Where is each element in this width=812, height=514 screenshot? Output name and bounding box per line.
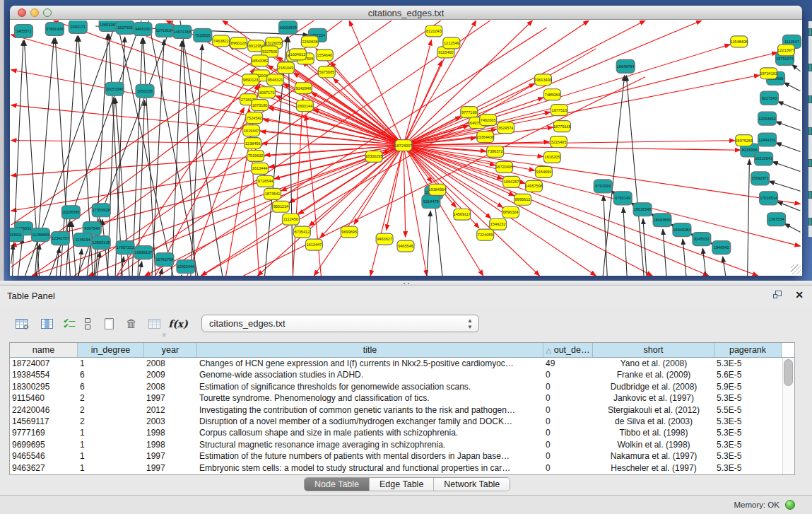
graph-node[interactable]: 1238456: [245, 138, 261, 149]
graph-node[interactable]: 2803144: [296, 100, 313, 112]
vertical-scrollbar[interactable]: [782, 358, 794, 474]
graph-node[interactable]: 20206586: [61, 206, 80, 219]
graph-node[interactable]: 10653287: [99, 21, 117, 31]
divider-grip-icon[interactable]: [403, 282, 411, 285]
graph-node[interactable]: 8960128: [230, 37, 247, 49]
graph-node[interactable]: 2093171: [69, 21, 87, 33]
graph-node[interactable]: 12342757: [51, 232, 69, 245]
column-header-title[interactable]: title: [197, 343, 543, 357]
graph-node[interactable]: 23364436: [476, 132, 494, 143]
graph-node[interactable]: 9501234: [273, 201, 290, 212]
graph-node[interactable]: 1212549: [443, 37, 460, 49]
graph-node[interactable]: 7519632: [247, 150, 264, 161]
graph-node[interactable]: 20053346: [105, 82, 124, 95]
graph-node[interactable]: 17359928: [92, 204, 110, 217]
graph-node[interactable]: 1112456: [282, 214, 299, 225]
graph-node[interactable]: 3067173: [259, 87, 276, 98]
table-row[interactable]: 946554611997Estimation of the future num…: [10, 450, 794, 462]
graph-node[interactable]: 16946283: [673, 223, 691, 237]
graph-node[interactable]: 3216405: [550, 136, 567, 148]
float-panel-icon[interactable]: [773, 291, 784, 300]
graph-node[interactable]: 7485083: [543, 89, 560, 100]
graph-node[interactable]: 13505135: [92, 236, 110, 250]
graph-node[interactable]: 1064257: [503, 176, 520, 187]
graph-node[interactable]: 19613493: [534, 74, 552, 86]
merge-columns-icon[interactable]: [78, 313, 98, 335]
network-select-dropdown[interactable]: citations_edges.txt ▲▼: [201, 315, 479, 332]
graph-node[interactable]: 12213977: [777, 45, 795, 56]
graph-node[interactable]: 2260838: [301, 36, 318, 47]
graph-node[interactable]: 7386372: [487, 146, 504, 158]
graph-node[interactable]: 1145194: [73, 233, 92, 247]
graph-node[interactable]: 1367534: [767, 213, 786, 226]
split-pane-divider[interactable]: [0, 281, 812, 286]
graph-node[interactable]: 17016514: [760, 192, 778, 205]
graph-node[interactable]: 5975685: [318, 66, 335, 78]
graph-node[interactable]: 9890123: [242, 74, 259, 86]
scrollbar-thumb[interactable]: [784, 359, 793, 386]
graph-node[interactable]: 1873541: [264, 188, 281, 199]
window-titlebar[interactable]: citations_edges.txt: [10, 6, 802, 20]
graph-node[interactable]: 9463627: [376, 233, 393, 245]
graph-node[interactable]: 16648784: [616, 59, 635, 73]
graph-node[interactable]: 16543382: [251, 55, 269, 66]
graph-node[interactable]: 12444151: [758, 133, 777, 146]
graph-node[interactable]: 19734103: [760, 68, 777, 79]
graph-node[interactable]: 9314479: [422, 195, 440, 209]
graph-node[interactable]: 9699695: [341, 226, 358, 238]
graph-node[interactable]: 6793149: [613, 192, 632, 205]
graph-node[interactable]: 1613447: [305, 239, 322, 250]
table-row[interactable]: 977716911998Corpus callosum shape and si…: [10, 427, 794, 438]
graph-node[interactable]: 1616205: [543, 151, 560, 163]
graph-node[interactable]: 1405572: [15, 24, 33, 37]
graph-node[interactable]: 17957253: [116, 241, 134, 255]
graph-node[interactable]: 7463822: [213, 35, 230, 47]
table-row[interactable]: 946362711997Embryonic stem cells: a mode…: [10, 462, 794, 474]
graph-node[interactable]: 2181049: [278, 62, 295, 74]
graph-node[interactable]: 1619447: [243, 125, 260, 136]
table-row[interactable]: 1830029562008Estimation of significance …: [10, 381, 794, 392]
graph-node[interactable]: 14957596: [525, 180, 543, 192]
graph-node[interactable]: 8735412: [293, 226, 310, 238]
column-header-name[interactable]: name: [10, 343, 78, 357]
window-resize-grip[interactable]: [791, 264, 801, 274]
graph-node[interactable]: 18463569: [653, 214, 671, 227]
table-row[interactable]: 1456911722003Disruption of a novel membe…: [10, 416, 794, 427]
graph-node[interactable]: 9154690: [535, 166, 552, 177]
graph-node[interactable]: 18724007: [395, 140, 413, 151]
table-row[interactable]: 2242004622012Investigating the contribut…: [10, 404, 794, 416]
graph-node[interactable]: 14671368: [173, 25, 192, 38]
graph-node[interactable]: 12923446: [177, 260, 195, 274]
graph-node[interactable]: 8791919: [594, 180, 612, 193]
graph-node[interactable]: 7515526: [194, 28, 212, 42]
function-builder-icon[interactable]: f(x): [168, 313, 188, 335]
graph-node[interactable]: 7224059: [477, 229, 494, 240]
graph-node[interactable]: 18300295: [365, 151, 383, 162]
network-view-window[interactable]: citations_edges.txt 18724007140557237691…: [10, 6, 802, 276]
graph-node[interactable]: 9245032: [693, 233, 711, 246]
graph-node[interactable]: 16958107: [134, 246, 153, 259]
graph-node[interactable]: 9242848: [295, 83, 312, 94]
graph-node[interactable]: 8121043: [425, 25, 442, 37]
tab-node-table[interactable]: Node Table: [305, 478, 370, 491]
close-panel-icon[interactable]: ✕: [795, 289, 804, 300]
new-column-icon[interactable]: [99, 313, 119, 335]
graph-node[interactable]: 9726544: [257, 175, 274, 187]
graph-node[interactable]: 1873180: [252, 100, 269, 111]
tab-edge-table[interactable]: Edge Table: [370, 478, 434, 491]
graph-node[interactable]: 10719184: [155, 23, 174, 37]
graph-node[interactable]: 11548408: [730, 36, 747, 47]
graph-node[interactable]: 19384554: [428, 184, 446, 195]
graph-node[interactable]: 14569117: [454, 209, 471, 220]
select-rows-icon[interactable]: ✔—✔—: [59, 313, 79, 335]
table-row[interactable]: 1938455462009Genome-wide association stu…: [10, 369, 794, 380]
column-header-out_de[interactable]: △ out_de…: [543, 343, 593, 357]
graph-node[interactable]: 16210643: [755, 152, 773, 165]
graph-node[interactable]: 18775165: [553, 121, 571, 132]
graph-node[interactable]: 11156869: [31, 228, 49, 242]
tab-network-table[interactable]: Network Table: [434, 478, 510, 491]
column-header-in_degree[interactable]: in_degree: [78, 343, 144, 357]
column-header-year[interactable]: year: [144, 343, 197, 357]
graph-node[interactable]: 16720405: [495, 161, 513, 173]
graph-node[interactable]: 6896324: [502, 206, 519, 218]
